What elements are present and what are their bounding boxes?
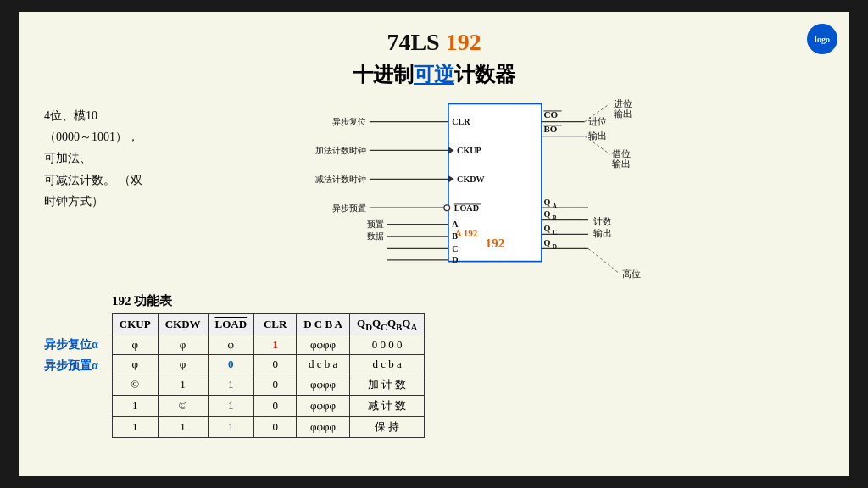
logo-circle: logo xyxy=(807,24,837,54)
svg-text:Q: Q xyxy=(543,197,550,207)
table-row: 1 © 1 0 φφφφ 减 计 数 xyxy=(112,395,424,416)
svg-text:CLR: CLR xyxy=(452,117,470,126)
table-row: 1 1 1 0 φφφφ 保 持 xyxy=(112,416,424,437)
cell: φφφφ xyxy=(297,335,350,354)
top-section: 4位、模10 （0000～1001）， 可加法、 可减法计数。 （双 时钟方式）… xyxy=(44,97,824,283)
svg-text:输出: 输出 xyxy=(612,158,631,169)
logo-text: logo xyxy=(815,35,830,44)
cell: © xyxy=(112,374,158,395)
cell: φφφφ xyxy=(297,374,350,395)
svg-text:异步复位: 异步复位 xyxy=(332,117,366,126)
svg-text:192: 192 xyxy=(486,236,505,250)
cell: 1 xyxy=(208,395,254,416)
page-title: 74LS 192 xyxy=(44,29,824,56)
desc-line5: 时钟方式） xyxy=(44,191,214,212)
cell: d c b a xyxy=(350,354,425,374)
svg-text:异步预置: 异步预置 xyxy=(332,203,366,213)
svg-text:输出: 输出 xyxy=(588,130,607,141)
svg-text:C: C xyxy=(553,229,558,236)
cell: φ xyxy=(112,354,158,374)
cell: 1 xyxy=(254,335,297,354)
subtitle: 十进制可逆计数器 xyxy=(44,61,824,88)
desc-line4: 可减法计数。 （双 xyxy=(44,169,214,191)
svg-text:CKUP: CKUP xyxy=(457,146,481,155)
cell: φφφφ xyxy=(297,416,350,437)
svg-text:B: B xyxy=(553,214,557,222)
col-clr: CLR xyxy=(254,314,297,336)
col-dcba: D C B A xyxy=(297,314,350,336)
side-label-2: 异步预置α xyxy=(44,355,98,376)
subtitle-prefix: 十进制 xyxy=(353,64,414,86)
cell: φ xyxy=(112,335,158,354)
svg-text:A: A xyxy=(553,202,558,210)
subtitle-suffix: 计数器 xyxy=(454,64,515,86)
subtitle-highlight: 可逆 xyxy=(414,64,454,86)
title-number: 192 xyxy=(446,29,481,55)
col-q: QDQCQBQA xyxy=(350,314,425,336)
cell: φφφφ xyxy=(297,395,350,416)
main-content: logo 74LS 192 十进制可逆计数器 4位、模10 （0000～1001… xyxy=(19,12,849,476)
cell: 0 xyxy=(254,395,297,416)
svg-text:加法计数时钟: 加法计数时钟 xyxy=(315,146,366,155)
table-container: 异步复位α 异步预置α CKUP CKDW LOAD CLR D C B A Q… xyxy=(44,313,824,438)
svg-text:B: B xyxy=(452,231,458,241)
cell: © xyxy=(158,395,208,416)
table-row: φ φ φ 1 φφφφ 0 0 0 0 xyxy=(112,335,424,354)
table-row: φ φ 0 0 d c b a d c b a xyxy=(112,354,424,374)
table-row: © 1 1 0 φφφφ 加 计 数 xyxy=(112,374,424,395)
desc-line3: 可加法、 xyxy=(44,147,214,169)
table-header-row: CKUP CKDW LOAD CLR D C B A QDQCQBQA xyxy=(112,314,424,336)
svg-text:高位: 高位 xyxy=(622,269,641,279)
cell: φ xyxy=(208,335,254,354)
svg-text:借位: 借位 xyxy=(612,148,631,158)
cell: 1 xyxy=(112,395,158,416)
chip-area: 192 A 192 异步复位 CLR 加法计数时钟 CKUP xyxy=(290,97,765,283)
cell: d c b a xyxy=(297,354,350,374)
cell: 减 计 数 xyxy=(350,395,425,416)
cell: 加 计 数 xyxy=(350,374,425,395)
chip-svg: 192 A 192 异步复位 CLR 加法计数时钟 CKUP xyxy=(290,97,765,283)
desc-line1: 4位、模10 xyxy=(44,105,214,126)
cell: 1 xyxy=(208,374,254,395)
svg-text:进位: 进位 xyxy=(614,98,632,108)
desc-line2: （0000～1001）， xyxy=(44,126,214,147)
cell: 1 xyxy=(158,416,208,437)
side-labels: 异步复位α 异步预置α xyxy=(44,334,98,376)
left-description: 4位、模10 （0000～1001）， 可加法、 可减法计数。 （双 时钟方式） xyxy=(44,105,214,212)
svg-text:CKDW: CKDW xyxy=(457,175,485,184)
col-ckdw: CKDW xyxy=(158,314,208,336)
col-load: LOAD xyxy=(208,314,254,336)
cell: 0 xyxy=(208,354,254,374)
cell: 0 0 0 0 xyxy=(350,335,425,354)
svg-text:预置: 预置 xyxy=(367,219,384,229)
cell: 保 持 xyxy=(350,416,425,437)
title-prefix: 74LS xyxy=(387,29,445,55)
side-label-1: 异步复位α xyxy=(44,334,98,355)
cell: 0 xyxy=(254,374,297,395)
svg-text:计数: 计数 xyxy=(593,216,612,226)
svg-text:Q: Q xyxy=(543,209,550,219)
svg-text:A: A xyxy=(452,219,459,229)
svg-text:数据: 数据 xyxy=(367,231,384,241)
svg-text:A  192: A 192 xyxy=(455,228,478,238)
table-title: 192 功能表 xyxy=(112,293,824,309)
svg-line-57 xyxy=(588,248,620,274)
cell: 1 xyxy=(158,374,208,395)
svg-text:D: D xyxy=(452,255,458,264)
cell: 1 xyxy=(208,416,254,437)
svg-text:进位: 进位 xyxy=(588,116,607,126)
bottom-section: 192 功能表 异步复位α 异步预置α CKUP CKDW LOAD CLR D… xyxy=(44,293,824,438)
cell: 1 xyxy=(112,416,158,437)
cell: 0 xyxy=(254,416,297,437)
svg-text:C: C xyxy=(452,244,458,253)
svg-text:输出: 输出 xyxy=(593,228,612,238)
svg-text:减法计数时钟: 减法计数时钟 xyxy=(315,175,366,184)
cell: φ xyxy=(158,335,208,354)
svg-text:Q: Q xyxy=(543,238,550,247)
svg-text:Q: Q xyxy=(543,224,550,233)
svg-text:输出: 输出 xyxy=(614,108,632,119)
chip-diagram: 192 A 192 异步复位 CLR 加法计数时钟 CKUP xyxy=(231,97,824,283)
cell: φ xyxy=(158,354,208,374)
function-table: CKUP CKDW LOAD CLR D C B A QDQCQBQA φ φ … xyxy=(112,313,425,438)
svg-text:D: D xyxy=(553,243,558,251)
